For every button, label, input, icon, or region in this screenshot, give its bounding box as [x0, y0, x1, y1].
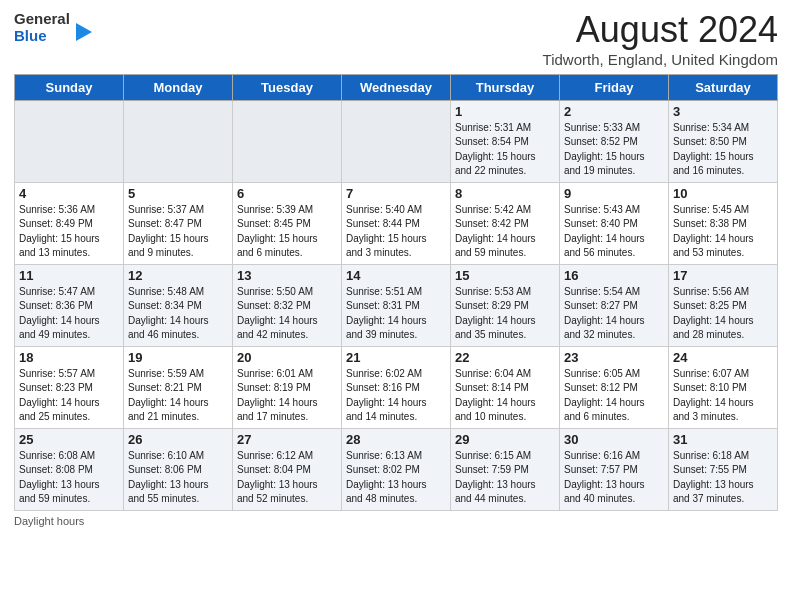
day-number: 20 — [237, 350, 337, 365]
day-number: 19 — [128, 350, 228, 365]
day-info: Sunrise: 6:12 AMSunset: 8:04 PMDaylight:… — [237, 449, 337, 507]
logo-line2: Blue — [14, 27, 70, 44]
day-info: Sunrise: 5:53 AMSunset: 8:29 PMDaylight:… — [455, 285, 555, 343]
col-sunday: Sunday — [15, 74, 124, 100]
table-row: 23Sunrise: 6:05 AMSunset: 8:12 PMDayligh… — [560, 346, 669, 428]
col-tuesday: Tuesday — [233, 74, 342, 100]
day-number: 10 — [673, 186, 773, 201]
day-info: Sunrise: 5:57 AMSunset: 8:23 PMDaylight:… — [19, 367, 119, 425]
daylight-label: Daylight hours — [14, 515, 84, 527]
day-info: Sunrise: 6:13 AMSunset: 8:02 PMDaylight:… — [346, 449, 446, 507]
col-monday: Monday — [124, 74, 233, 100]
table-row: 9Sunrise: 5:43 AMSunset: 8:40 PMDaylight… — [560, 182, 669, 264]
day-info: Sunrise: 6:15 AMSunset: 7:59 PMDaylight:… — [455, 449, 555, 507]
day-info: Sunrise: 5:43 AMSunset: 8:40 PMDaylight:… — [564, 203, 664, 261]
day-number: 11 — [19, 268, 119, 283]
day-info: Sunrise: 5:45 AMSunset: 8:38 PMDaylight:… — [673, 203, 773, 261]
table-row: 13Sunrise: 5:50 AMSunset: 8:32 PMDayligh… — [233, 264, 342, 346]
day-number: 27 — [237, 432, 337, 447]
day-number: 5 — [128, 186, 228, 201]
table-row: 2Sunrise: 5:33 AMSunset: 8:52 PMDaylight… — [560, 100, 669, 182]
col-thursday: Thursday — [451, 74, 560, 100]
table-row: 4Sunrise: 5:36 AMSunset: 8:49 PMDaylight… — [15, 182, 124, 264]
table-row: 7Sunrise: 5:40 AMSunset: 8:44 PMDaylight… — [342, 182, 451, 264]
day-number: 12 — [128, 268, 228, 283]
day-info: Sunrise: 5:51 AMSunset: 8:31 PMDaylight:… — [346, 285, 446, 343]
table-row: 6Sunrise: 5:39 AMSunset: 8:45 PMDaylight… — [233, 182, 342, 264]
day-info: Sunrise: 6:07 AMSunset: 8:10 PMDaylight:… — [673, 367, 773, 425]
calendar-table: Sunday Monday Tuesday Wednesday Thursday… — [14, 74, 778, 511]
day-info: Sunrise: 5:37 AMSunset: 8:47 PMDaylight:… — [128, 203, 228, 261]
table-row: 16Sunrise: 5:54 AMSunset: 8:27 PMDayligh… — [560, 264, 669, 346]
logo: General Blue — [14, 10, 94, 45]
day-number: 24 — [673, 350, 773, 365]
day-number: 30 — [564, 432, 664, 447]
table-row: 5Sunrise: 5:37 AMSunset: 8:47 PMDaylight… — [124, 182, 233, 264]
day-number: 17 — [673, 268, 773, 283]
day-number: 3 — [673, 104, 773, 119]
table-row: 25Sunrise: 6:08 AMSunset: 8:08 PMDayligh… — [15, 428, 124, 510]
table-row: 10Sunrise: 5:45 AMSunset: 8:38 PMDayligh… — [669, 182, 778, 264]
day-number: 14 — [346, 268, 446, 283]
day-info: Sunrise: 6:05 AMSunset: 8:12 PMDaylight:… — [564, 367, 664, 425]
day-number: 2 — [564, 104, 664, 119]
page: General Blue August 2024 Tidworth, Engla… — [0, 0, 792, 533]
table-row: 21Sunrise: 6:02 AMSunset: 8:16 PMDayligh… — [342, 346, 451, 428]
table-row — [233, 100, 342, 182]
calendar-title: August 2024 — [543, 10, 778, 50]
calendar-week-row: 18Sunrise: 5:57 AMSunset: 8:23 PMDayligh… — [15, 346, 778, 428]
day-info: Sunrise: 5:59 AMSunset: 8:21 PMDaylight:… — [128, 367, 228, 425]
day-info: Sunrise: 5:33 AMSunset: 8:52 PMDaylight:… — [564, 121, 664, 179]
day-number: 21 — [346, 350, 446, 365]
table-row: 19Sunrise: 5:59 AMSunset: 8:21 PMDayligh… — [124, 346, 233, 428]
day-number: 16 — [564, 268, 664, 283]
day-number: 6 — [237, 186, 337, 201]
day-info: Sunrise: 5:50 AMSunset: 8:32 PMDaylight:… — [237, 285, 337, 343]
svg-marker-0 — [76, 23, 92, 41]
table-row — [15, 100, 124, 182]
day-number: 31 — [673, 432, 773, 447]
table-row: 12Sunrise: 5:48 AMSunset: 8:34 PMDayligh… — [124, 264, 233, 346]
calendar-week-row: 4Sunrise: 5:36 AMSunset: 8:49 PMDaylight… — [15, 182, 778, 264]
day-number: 1 — [455, 104, 555, 119]
title-block: August 2024 Tidworth, England, United Ki… — [543, 10, 778, 68]
day-number: 4 — [19, 186, 119, 201]
table-row: 28Sunrise: 6:13 AMSunset: 8:02 PMDayligh… — [342, 428, 451, 510]
day-number: 8 — [455, 186, 555, 201]
calendar-week-row: 1Sunrise: 5:31 AMSunset: 8:54 PMDaylight… — [15, 100, 778, 182]
table-row: 11Sunrise: 5:47 AMSunset: 8:36 PMDayligh… — [15, 264, 124, 346]
header-row: Sunday Monday Tuesday Wednesday Thursday… — [15, 74, 778, 100]
day-info: Sunrise: 6:01 AMSunset: 8:19 PMDaylight:… — [237, 367, 337, 425]
day-info: Sunrise: 5:31 AMSunset: 8:54 PMDaylight:… — [455, 121, 555, 179]
day-number: 29 — [455, 432, 555, 447]
table-row: 8Sunrise: 5:42 AMSunset: 8:42 PMDaylight… — [451, 182, 560, 264]
calendar-week-row: 11Sunrise: 5:47 AMSunset: 8:36 PMDayligh… — [15, 264, 778, 346]
table-row: 30Sunrise: 6:16 AMSunset: 7:57 PMDayligh… — [560, 428, 669, 510]
day-number: 13 — [237, 268, 337, 283]
day-info: Sunrise: 5:40 AMSunset: 8:44 PMDaylight:… — [346, 203, 446, 261]
logo-triangle-icon — [72, 21, 94, 43]
day-info: Sunrise: 6:16 AMSunset: 7:57 PMDaylight:… — [564, 449, 664, 507]
day-number: 22 — [455, 350, 555, 365]
day-number: 9 — [564, 186, 664, 201]
day-number: 18 — [19, 350, 119, 365]
day-number: 7 — [346, 186, 446, 201]
day-number: 15 — [455, 268, 555, 283]
day-number: 23 — [564, 350, 664, 365]
table-row: 18Sunrise: 5:57 AMSunset: 8:23 PMDayligh… — [15, 346, 124, 428]
day-info: Sunrise: 5:54 AMSunset: 8:27 PMDaylight:… — [564, 285, 664, 343]
calendar-week-row: 25Sunrise: 6:08 AMSunset: 8:08 PMDayligh… — [15, 428, 778, 510]
day-info: Sunrise: 6:04 AMSunset: 8:14 PMDaylight:… — [455, 367, 555, 425]
col-wednesday: Wednesday — [342, 74, 451, 100]
table-row: 20Sunrise: 6:01 AMSunset: 8:19 PMDayligh… — [233, 346, 342, 428]
table-row: 29Sunrise: 6:15 AMSunset: 7:59 PMDayligh… — [451, 428, 560, 510]
table-row: 1Sunrise: 5:31 AMSunset: 8:54 PMDaylight… — [451, 100, 560, 182]
table-row: 15Sunrise: 5:53 AMSunset: 8:29 PMDayligh… — [451, 264, 560, 346]
header: General Blue August 2024 Tidworth, Engla… — [14, 10, 778, 68]
table-row: 17Sunrise: 5:56 AMSunset: 8:25 PMDayligh… — [669, 264, 778, 346]
day-info: Sunrise: 5:34 AMSunset: 8:50 PMDaylight:… — [673, 121, 773, 179]
calendar-subtitle: Tidworth, England, United Kingdom — [543, 51, 778, 68]
table-row: 27Sunrise: 6:12 AMSunset: 8:04 PMDayligh… — [233, 428, 342, 510]
day-info: Sunrise: 6:02 AMSunset: 8:16 PMDaylight:… — [346, 367, 446, 425]
day-info: Sunrise: 5:36 AMSunset: 8:49 PMDaylight:… — [19, 203, 119, 261]
